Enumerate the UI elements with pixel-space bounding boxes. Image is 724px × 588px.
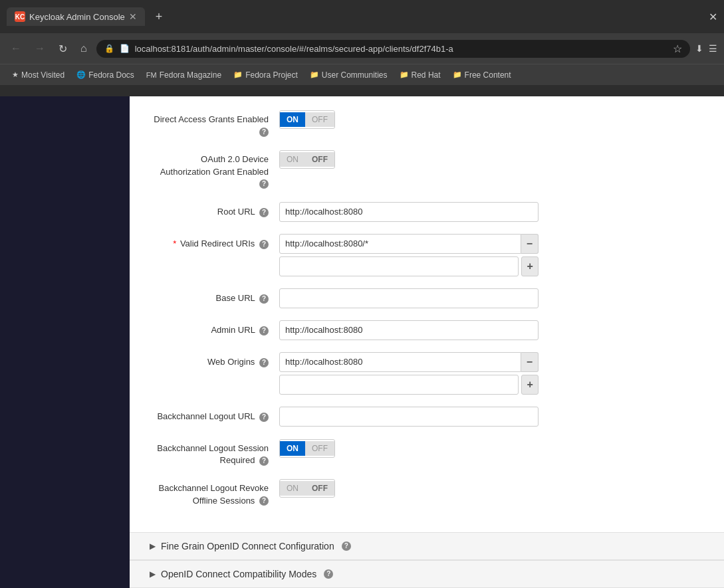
toggle-off-label: OFF — [305, 441, 334, 456]
backchannel-logout-url-input[interactable] — [279, 407, 539, 427]
openid-compat-help-icon[interactable]: ? — [324, 569, 333, 579]
valid-redirect-uri-input-group: − — [279, 234, 539, 254]
bookmark-free-content[interactable]: 📁 Free Content — [447, 68, 517, 82]
web-origins-help-icon[interactable]: ? — [259, 358, 269, 367]
nav-bar: ← → ↻ ⌂ 🔒 📄 ☆ ⬇ ☰ — [0, 33, 724, 64]
direct-access-grants-help-icon[interactable]: ? — [259, 128, 269, 137]
direct-access-grants-label: Direct Access Grants Enabled ? — [150, 110, 279, 138]
browser-tab[interactable]: KC Keycloak Admin Console ✕ — [7, 7, 145, 26]
valid-redirect-uris-control: − + — [279, 234, 539, 276]
base-url-input[interactable] — [279, 288, 539, 308]
root-url-row: Root URL ? — [150, 202, 704, 222]
root-url-label: Root URL ? — [150, 202, 279, 218]
add-web-origin-button[interactable]: + — [521, 375, 539, 395]
oauth2-device-toggle-wrap: ON OFF — [279, 149, 539, 169]
direct-access-grants-toggle[interactable]: ON OFF — [279, 110, 335, 129]
remove-redirect-uri-button[interactable]: − — [521, 234, 539, 254]
base-url-row: Base URL ? — [150, 288, 704, 308]
backchannel-logout-revoke-row: Backchannel Logout Revoke Offline Sessio… — [150, 478, 704, 506]
backchannel-logout-url-help-icon[interactable]: ? — [259, 413, 269, 422]
valid-redirect-uri-input[interactable] — [279, 234, 521, 254]
openid-compat-section-header[interactable]: ▶ OpenID Connect Compatibility Modes ? — [130, 560, 724, 588]
openid-compat-chevron-icon: ▶ — [150, 569, 156, 579]
menu-button[interactable]: ☰ — [709, 43, 717, 54]
base-url-help-icon[interactable]: ? — [259, 294, 269, 304]
pocket-button[interactable]: ⬇ — [695, 43, 703, 54]
backchannel-logout-revoke-control: ON OFF — [279, 478, 539, 498]
backchannel-logout-revoke-toggle-wrap: ON OFF — [279, 478, 539, 498]
form-section: Direct Access Grants Enabled ? ON OFF OA… — [130, 96, 724, 532]
web-origins-row: Web Origins ? − + — [150, 352, 704, 395]
admin-url-help-icon[interactable]: ? — [259, 326, 269, 336]
red-hat-icon: 📁 — [400, 70, 409, 79]
new-tab-button[interactable]: + — [150, 7, 168, 27]
bookmark-fedora-project[interactable]: 📁 Fedora Project — [228, 68, 303, 82]
fedora-magazine-icon: FM — [146, 71, 157, 79]
remove-web-origin-button[interactable]: − — [521, 352, 539, 372]
bookmark-star-button[interactable]: ☆ — [673, 43, 682, 55]
toggle-on-label: ON — [280, 441, 305, 456]
bookmark-fedora-docs[interactable]: 🌐 Fedora Docs — [71, 68, 140, 82]
fine-grain-label: Fine Grain OpenID Connect Configuration — [161, 541, 334, 551]
refresh-button[interactable]: ↻ — [55, 40, 71, 58]
backchannel-logout-session-help-icon[interactable]: ? — [259, 456, 269, 466]
root-url-input[interactable] — [279, 202, 539, 222]
add-redirect-uri-button[interactable]: + — [521, 256, 539, 276]
toggle-off-label: OFF — [305, 152, 334, 167]
valid-redirect-help-icon[interactable]: ? — [259, 240, 269, 249]
bookmark-fedora-magazine[interactable]: FM Fedora Magazine — [141, 68, 227, 82]
browser-chrome: KC Keycloak Admin Console ✕ + ✕ ← → ↻ ⌂ … — [0, 0, 724, 96]
address-bar-wrap: 🔒 📄 ☆ — [96, 40, 690, 58]
web-origins-input-group: − — [279, 352, 539, 372]
home-button[interactable]: ⌂ — [76, 40, 91, 57]
free-content-icon: 📁 — [453, 70, 462, 79]
direct-access-grants-toggle-wrap: ON OFF — [279, 110, 539, 130]
bookmark-user-communities[interactable]: 📁 User Communities — [304, 68, 393, 82]
backchannel-logout-revoke-help-icon[interactable]: ? — [259, 496, 269, 506]
bookmark-label: Most Visited — [21, 70, 64, 80]
root-url-control — [279, 202, 539, 222]
oauth2-device-control: ON OFF — [279, 149, 539, 169]
bookmark-label: Fedora Docs — [88, 70, 134, 80]
title-bar: KC Keycloak Admin Console ✕ + ✕ — [0, 0, 724, 33]
back-button[interactable]: ← — [7, 40, 25, 57]
window-close-button[interactable]: ✕ — [709, 11, 717, 23]
fedora-docs-icon: 🌐 — [76, 70, 86, 79]
fine-grain-chevron-icon: ▶ — [150, 541, 156, 551]
web-origins-add-input[interactable] — [279, 375, 519, 395]
web-origins-input[interactable] — [279, 352, 521, 372]
oauth2-device-toggle[interactable]: ON OFF — [279, 150, 335, 169]
toggle-off-label: OFF — [305, 481, 334, 496]
oauth2-device-label: OAuth 2.0 Device Authorization Grant Ena… — [150, 149, 279, 190]
valid-redirect-uri-add-input[interactable] — [279, 256, 519, 276]
most-visited-icon: ★ — [12, 70, 19, 79]
openid-compat-label: OpenID Connect Compatibility Modes — [161, 569, 316, 579]
bookmark-red-hat[interactable]: 📁 Red Hat — [394, 68, 446, 82]
fine-grain-section-header[interactable]: ▶ Fine Grain OpenID Connect Configuratio… — [130, 532, 724, 560]
backchannel-logout-url-row: Backchannel Logout URL ? — [150, 407, 704, 427]
forward-button[interactable]: → — [31, 40, 49, 57]
tab-close-button[interactable]: ✕ — [129, 11, 137, 22]
backchannel-logout-session-label: Backchannel Logout Session Required ? — [150, 439, 279, 466]
admin-url-input[interactable] — [279, 320, 539, 340]
bookmark-label: Fedora Project — [245, 70, 298, 80]
user-communities-icon: 📁 — [310, 70, 319, 79]
page-content: Direct Access Grants Enabled ? ON OFF OA… — [0, 96, 724, 588]
security-icon: 🔒 — [104, 44, 114, 53]
toggle-off-label: OFF — [305, 112, 334, 127]
toggle-on-label: ON — [280, 112, 305, 127]
main-content: Direct Access Grants Enabled ? ON OFF OA… — [130, 96, 724, 588]
backchannel-logout-session-toggle[interactable]: ON OFF — [279, 439, 335, 458]
root-url-help-icon[interactable]: ? — [259, 208, 269, 217]
address-input[interactable] — [135, 44, 667, 54]
fine-grain-help-icon[interactable]: ? — [342, 541, 351, 551]
web-origins-control: − + — [279, 352, 539, 395]
page-icon: 📄 — [120, 44, 130, 53]
direct-access-grants-row: Direct Access Grants Enabled ? ON OFF — [150, 110, 704, 138]
oauth2-device-row: OAuth 2.0 Device Authorization Grant Ena… — [150, 149, 704, 190]
backchannel-logout-revoke-toggle[interactable]: ON OFF — [279, 479, 335, 498]
oauth2-device-help-icon[interactable]: ? — [259, 179, 269, 189]
required-marker: * — [173, 239, 176, 248]
valid-redirect-uris-row: * Valid Redirect URIs ? − + — [150, 234, 704, 276]
bookmark-most-visited[interactable]: ★ Most Visited — [7, 68, 70, 82]
